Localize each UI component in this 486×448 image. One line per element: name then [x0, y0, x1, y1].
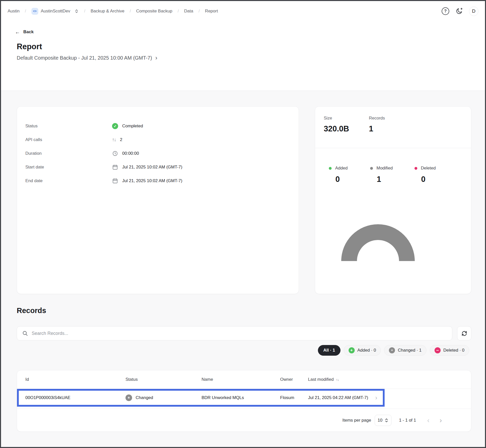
chevron-right-icon: ›: [155, 55, 157, 61]
table-header-row: Id Status Name Owner Last modified ↑↓: [17, 370, 471, 389]
legend-item-added: Added 0: [329, 166, 348, 184]
detail-label: Start date: [25, 165, 112, 170]
changed-asterisk-icon: *: [125, 394, 132, 401]
detail-row-status: Status ✓ Completed: [17, 119, 299, 133]
breadcrumb-item-org: AustinScottDev: [41, 9, 70, 14]
help-icon[interactable]: ?: [442, 7, 449, 15]
breadcrumb-separator: /: [25, 9, 26, 13]
status-value: Completed: [122, 124, 143, 129]
breadcrumb-item-backup-archive[interactable]: Backup & Archive: [91, 9, 124, 14]
detail-row-end-date: End date Jul 21, 2025 10:02 AM (GMT-7): [17, 174, 299, 188]
duration-value: 00:00:00: [122, 151, 139, 156]
table-row[interactable]: 00O1P000003iS4kUAE * Changed BDR Unworke…: [19, 391, 383, 405]
legend-deleted-label: Deleted: [421, 166, 436, 171]
breadcrumb-separator: /: [199, 9, 200, 13]
page-header: ← Back Report Default Composite Backup -…: [1, 21, 485, 91]
detail-label: API calls: [25, 137, 112, 142]
backup-subtitle-link[interactable]: Default Composite Backup - Jul 21, 2025 …: [17, 55, 157, 61]
check-circle-icon: ✓: [112, 123, 118, 129]
records-count-value: 1: [369, 124, 385, 133]
arrows-up-down-icon: ↑↓: [112, 137, 116, 143]
breadcrumb-separator: /: [84, 9, 85, 13]
status-text: Changed: [136, 395, 153, 400]
column-header-last-modified[interactable]: Last modified ↑↓: [308, 377, 393, 382]
detail-label: Status: [25, 124, 112, 129]
cell-status: * Changed: [125, 394, 202, 401]
filter-chip-deleted[interactable]: − Deleted · 0: [430, 345, 469, 356]
detail-label: End date: [25, 178, 112, 183]
cell-id: 00O1P000003iS4kUAE: [25, 395, 125, 400]
search-icon: [22, 330, 28, 336]
filter-added-label: Added · 0: [357, 348, 376, 353]
detail-label: Duration: [25, 151, 112, 156]
legend-modified-label: Modified: [376, 166, 393, 171]
row-highlight-box: 00O1P000003iS4kUAE * Changed BDR Unworke…: [17, 389, 385, 407]
record-filters: All · 1 + Added · 0 * Changed · 1 − Dele…: [318, 345, 469, 356]
half-donut-chart: [339, 223, 417, 262]
detail-row-api-calls: API calls ↑↓ 2: [17, 133, 299, 147]
next-page-button[interactable]: ›: [440, 417, 442, 424]
added-dot-icon: [329, 167, 332, 170]
column-header-owner: Owner: [280, 377, 308, 382]
legend-added-value: 0: [335, 175, 348, 184]
breadcrumb: Austin / <> AustinScottDev / Backup & Ar…: [8, 8, 218, 15]
breadcrumb-item-austin[interactable]: Austin: [8, 9, 20, 14]
deleted-dot-icon: [415, 167, 417, 170]
dark-mode-moon-icon[interactable]: [455, 7, 463, 15]
breadcrumb-separator: /: [178, 9, 179, 13]
items-per-page-value: 10: [377, 418, 382, 423]
calendar-icon: [112, 164, 118, 170]
legend-added-label: Added: [335, 166, 348, 171]
filter-chip-changed[interactable]: * Changed · 1: [384, 345, 426, 356]
search-bar: [17, 326, 452, 340]
last-modified-label: Last modified: [308, 377, 334, 382]
cell-owner: Flosum: [280, 395, 308, 400]
sort-icon: ↑↓: [336, 378, 339, 382]
divider: [315, 148, 471, 148]
items-per-page-select[interactable]: 10: [375, 415, 391, 426]
breadcrumb-item-report[interactable]: Report: [205, 9, 218, 14]
calendar-icon: [112, 178, 118, 184]
plus-circle-icon: +: [349, 347, 355, 353]
modified-dot-icon: [370, 167, 373, 170]
detail-row-start-date: Start date Jul 21, 2025 10:02 AM (GMT-7): [17, 160, 299, 174]
breadcrumb-item-data[interactable]: Data: [184, 9, 193, 14]
legend-item-deleted: Deleted 0: [415, 166, 436, 184]
avatar[interactable]: D: [469, 7, 478, 16]
minus-circle-icon: −: [435, 347, 441, 353]
size-label: Size: [324, 116, 369, 121]
previous-page-button[interactable]: ‹: [427, 417, 429, 424]
org-selector[interactable]: <> AustinScottDev: [31, 8, 79, 15]
legend-deleted-value: 0: [421, 175, 436, 184]
back-label: Back: [23, 29, 34, 35]
search-input[interactable]: [32, 331, 452, 336]
backup-details-card: Status ✓ Completed API calls ↑↓ 2 Durati…: [17, 106, 299, 294]
column-header-name: Name: [202, 377, 280, 382]
refresh-icon: [461, 330, 468, 337]
stepper-chevrons-icon: [385, 418, 388, 423]
top-navigation-bar: Austin / <> AustinScottDev / Backup & Ar…: [1, 1, 485, 21]
filter-all-label: All · 1: [323, 348, 335, 353]
legend-item-modified: Modified 1: [370, 166, 393, 184]
summary-card: Size 320.0B Records 1 Added 0 Modified 1…: [315, 106, 471, 294]
clock-icon: [112, 150, 118, 157]
code-icon: <>: [31, 8, 38, 15]
refresh-button[interactable]: [457, 326, 471, 340]
filter-changed-label: Changed · 1: [398, 348, 422, 353]
detail-row-duration: Duration 00:00:00: [17, 147, 299, 160]
back-button[interactable]: ← Back: [15, 29, 34, 35]
column-header-id: Id: [25, 377, 125, 382]
records-section-heading: Records: [17, 306, 46, 315]
filter-chip-added[interactable]: + Added · 0: [344, 345, 381, 356]
legend-modified-value: 1: [377, 175, 393, 184]
filter-chip-all[interactable]: All · 1: [318, 345, 340, 356]
page-title: Report: [17, 42, 42, 51]
records-count-label: Records: [369, 116, 385, 121]
pagination-range: 1 - 1 of 1: [399, 418, 416, 423]
row-chevron-right-icon[interactable]: ›: [375, 394, 377, 401]
start-date-value: Jul 21, 2025 10:02 AM (GMT-7): [122, 165, 182, 170]
items-per-page-label: Items per page: [342, 418, 371, 423]
breadcrumb-item-composite-backup[interactable]: Composite Backup: [136, 9, 172, 14]
api-calls-value: 2: [120, 137, 122, 142]
column-header-status: Status: [125, 377, 202, 382]
